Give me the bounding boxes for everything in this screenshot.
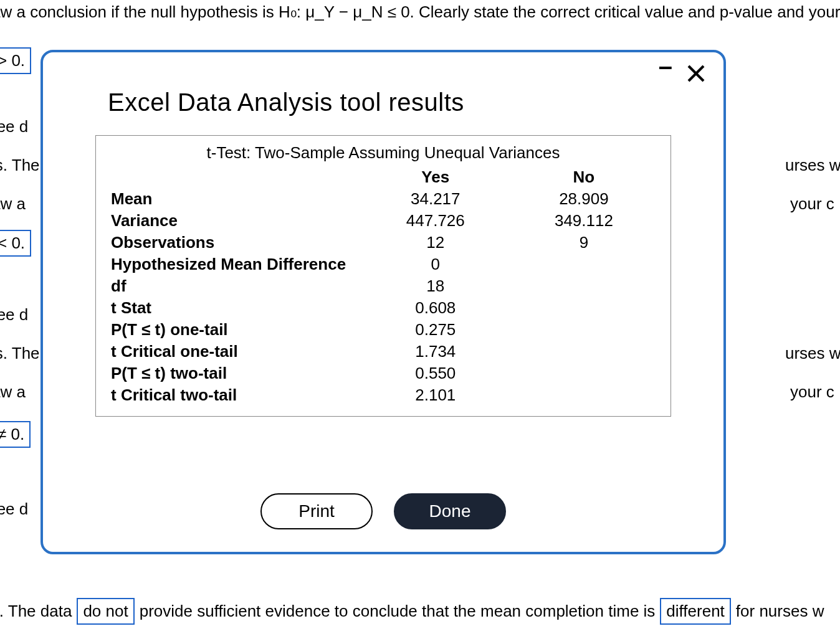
done-button[interactable]: Done (394, 493, 506, 529)
answer-box-ne0[interactable]: ≠ 0. (0, 421, 31, 448)
col-header-no: No (510, 166, 658, 188)
results-table-frame: t-Test: Two-Sample Assuming Unequal Vari… (95, 135, 671, 417)
bg-frag: aw a (0, 194, 26, 214)
close-icon[interactable] (686, 64, 706, 85)
bg-frag: your c (790, 194, 834, 214)
bg-frag: ree d (0, 500, 28, 519)
table-row: df 18 (108, 275, 658, 297)
print-button[interactable]: Print (260, 493, 373, 529)
table-caption: t-Test: Two-Sample Assuming Unequal Vari… (108, 143, 658, 163)
col-header-yes: Yes (361, 166, 510, 188)
bg-frag: your c (790, 382, 834, 402)
bg-frag: is. The (0, 344, 40, 363)
results-modal: – Excel Data Analysis tool results t-Tes… (41, 50, 726, 554)
answer-box-lt0[interactable]: < 0. (0, 230, 31, 257)
conclusion-sentence: is. The data do not provide sufficient e… (0, 598, 824, 625)
table-row: Variance 447.726 349.112 (108, 210, 658, 232)
bg-frag: aw a (0, 382, 26, 402)
table-row: P(T ≤ t) one-tail 0.275 (108, 319, 658, 341)
bg-frag: ree d (0, 117, 28, 136)
dropdown-different[interactable]: different (660, 598, 730, 625)
sentence-mid: provide sufficient evidence to conclude … (140, 602, 656, 621)
table-row: Observations 12 9 (108, 232, 658, 253)
table-row: Mean 34.217 28.909 (108, 188, 658, 210)
sentence-lead: is. The data (0, 602, 72, 621)
question-text-top: aw a conclusion if the null hypothesis i… (0, 2, 840, 22)
modal-title: Excel Data Analysis tool results (108, 88, 696, 116)
results-table: Yes No Mean 34.217 28.909 Variance 447.7… (108, 166, 658, 406)
table-row: P(T ≤ t) two-tail 0.550 (108, 362, 658, 384)
table-row: t Stat 0.608 (108, 297, 658, 319)
sentence-tail: for nurses w (736, 602, 824, 621)
bg-frag: ree d (0, 305, 28, 324)
answer-box-gt0[interactable]: > 0. (0, 47, 31, 74)
bg-frag: urses w (785, 156, 840, 175)
bg-frag: urses w (785, 344, 840, 363)
table-row: t Critical one-tail 1.734 (108, 341, 658, 362)
minimize-icon[interactable]: – (659, 56, 672, 77)
table-row: Hypothesized Mean Difference 0 (108, 253, 658, 275)
table-row: t Critical two-tail 2.101 (108, 384, 658, 406)
bg-frag: is. The (0, 156, 40, 175)
dropdown-do-not[interactable]: do not (77, 598, 134, 625)
